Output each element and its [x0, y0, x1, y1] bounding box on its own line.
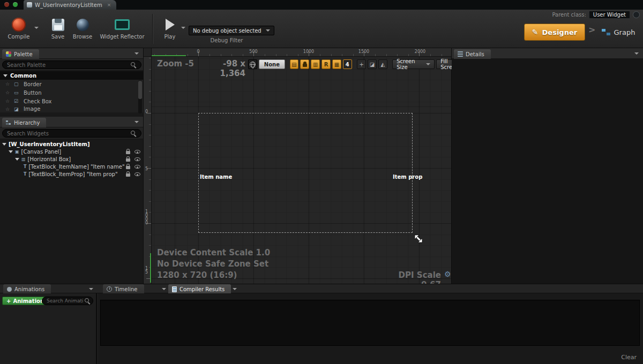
- debug-object-dropdown[interactable]: No debug object selected: [189, 26, 274, 35]
- respect-locks-button[interactable]: R: [322, 59, 331, 69]
- ruler-tick-label: 1000: [303, 49, 314, 54]
- tab-animations[interactable]: Animations: [3, 284, 51, 294]
- safe-zone-text: No Device Safe Zone Set: [157, 259, 268, 269]
- play-options-caret-icon[interactable]: [181, 27, 185, 29]
- left-panel-column: Palette Common ☆ ▢ Border ☆ ▭ Button ☆: [0, 48, 144, 284]
- horizontal-ruler: 0 500 1000 1500 2000: [152, 48, 451, 57]
- button-widget-icon: ▭: [14, 90, 20, 95]
- palette-icon: [6, 51, 11, 57]
- ruler-tick-label: 1500: [358, 49, 369, 54]
- design-canvas[interactable]: Zoom -5 -98 x 1,364 None ▤ ▥ R ▦ 4 + ◪ ◭…: [152, 57, 451, 284]
- favorite-star-icon[interactable]: ☆: [5, 90, 11, 95]
- hierarchy-search-input[interactable]: [2, 129, 141, 138]
- hierarchy-row-label: [TextBlock_ItemName] "Item name": [28, 164, 124, 170]
- panel-menu-caret-icon[interactable]: [134, 121, 139, 123]
- palette-scrollbar[interactable]: [138, 80, 142, 113]
- visibility-eye-icon[interactable]: [134, 165, 140, 169]
- debug-filter-label: Debug Filter: [189, 37, 265, 43]
- expander-caret-icon[interactable]: [15, 158, 19, 161]
- lock-icon[interactable]: [126, 166, 130, 169]
- palette-item-checkbox[interactable]: ☆ ☑ Check Box: [0, 97, 143, 105]
- hierarchy-row-textblock-itemname[interactable]: T [TextBlock_ItemName] "Item name": [0, 163, 143, 170]
- hierarchy-row-canvas-panel[interactable]: ▣ [Canvas Panel]: [0, 148, 143, 155]
- save-button[interactable]: Save: [46, 17, 70, 40]
- animations-panel: + Animation: [0, 293, 97, 364]
- lock-icon[interactable]: [126, 173, 130, 177]
- lock-icon[interactable]: [126, 151, 130, 154]
- palette-search-input[interactable]: [2, 60, 141, 69]
- grid-snap-button[interactable]: ▦: [332, 59, 341, 69]
- class-options-icon[interactable]: [633, 11, 640, 18]
- close-tab-icon[interactable]: ×: [107, 2, 111, 7]
- palette-item-button[interactable]: ☆ ▭ Button: [0, 88, 143, 97]
- panel-menu-caret-icon[interactable]: [634, 52, 639, 55]
- visibility-eye-icon[interactable]: [134, 172, 140, 176]
- browse-button[interactable]: Browse: [71, 17, 94, 40]
- parent-class-value[interactable]: User Widget: [589, 11, 630, 19]
- designer-mode-button[interactable]: ✎ Designer: [524, 24, 585, 41]
- tab-details[interactable]: Details: [454, 49, 491, 59]
- favorite-star-icon[interactable]: ☆: [5, 98, 11, 104]
- layout-borders-button[interactable]: ▥: [311, 59, 320, 69]
- tab-palette[interactable]: Palette: [2, 49, 39, 59]
- canvas-text-item-prop[interactable]: Item prop: [393, 174, 422, 180]
- translate-mode-button[interactable]: +: [357, 59, 366, 69]
- lock-widgets-button[interactable]: [300, 59, 309, 69]
- panel-menu-caret-icon[interactable]: [233, 288, 237, 290]
- widget-reflector-label: Widget Reflector: [100, 34, 144, 40]
- palette-item-label: Border: [24, 81, 42, 87]
- tab-hierarchy[interactable]: Hierarchy: [2, 118, 46, 127]
- grid-snap-size-button[interactable]: 4: [343, 59, 352, 69]
- hbox-widget-icon: ▥: [21, 157, 26, 162]
- dropdown-caret-icon: [426, 63, 430, 65]
- palette-item-image[interactable]: ☆ ◪ Image: [0, 105, 143, 112]
- tab-timeline[interactable]: Timeline: [103, 284, 144, 294]
- compile-options-caret-icon[interactable]: [34, 27, 39, 29]
- details-panel-header: Details: [452, 48, 643, 59]
- hierarchy-row-root[interactable]: [W_UserInventoryListItem]: [0, 140, 143, 148]
- compile-button[interactable]: Compile: [3, 17, 34, 40]
- widget-selection-outline[interactable]: [198, 113, 413, 233]
- dpi-settings-gear-icon[interactable]: ⚙: [444, 270, 451, 278]
- compiler-tab-label: Compiler Results: [180, 286, 225, 292]
- details-panel: Details: [452, 48, 643, 284]
- chevron-right-icon: >: [588, 25, 595, 35]
- designer-label: Designer: [542, 28, 578, 36]
- favorite-star-icon[interactable]: ☆: [5, 107, 11, 112]
- palette-item-border[interactable]: ☆ ▢ Border: [0, 80, 143, 88]
- hierarchy-row-textblock-itemprop[interactable]: T [TextBlock_ItemProp] "Item prop": [0, 170, 143, 178]
- tab-compiler-results[interactable]: Compiler Results: [168, 284, 231, 294]
- screen-size-dropdown[interactable]: Screen Size: [392, 59, 435, 69]
- window-control-red-icon[interactable]: [4, 2, 9, 7]
- visibility-eye-icon[interactable]: [134, 150, 140, 154]
- toolbar-separator: [152, 14, 153, 44]
- localization-preview-button[interactable]: [248, 59, 257, 69]
- scrollbar-thumb[interactable]: [138, 81, 142, 99]
- preview-background-button[interactable]: ◪: [368, 59, 377, 69]
- hierarchy-tab-label: Hierarchy: [14, 120, 40, 126]
- expander-caret-icon[interactable]: [2, 143, 6, 146]
- lock-icon[interactable]: [126, 158, 130, 162]
- play-button[interactable]: Play: [159, 17, 181, 40]
- ruler-tick-label: 500: [249, 49, 257, 54]
- window-control-green-icon[interactable]: [13, 2, 18, 7]
- widget-reflector-button[interactable]: Widget Reflector: [98, 17, 147, 40]
- outline-toggle-button[interactable]: ▤: [290, 59, 299, 69]
- graph-mode-button[interactable]: Graph: [596, 24, 641, 41]
- panel-menu-caret-icon[interactable]: [162, 288, 166, 290]
- document-tab[interactable]: W_UserInventoryListItem ×: [24, 0, 116, 10]
- visibility-eye-icon[interactable]: [134, 157, 140, 161]
- clear-button[interactable]: Clear: [621, 354, 637, 361]
- document-tab-title: W_UserInventoryListItem: [35, 2, 102, 8]
- resize-cursor-icon: [413, 233, 424, 244]
- compiler-results-icon: [172, 286, 177, 292]
- flip-preview-button[interactable]: ◭: [378, 59, 387, 69]
- expander-caret-icon[interactable]: [9, 150, 13, 153]
- panel-menu-caret-icon[interactable]: [134, 52, 139, 55]
- panel-menu-caret-icon[interactable]: [89, 288, 93, 290]
- preview-none-button[interactable]: None: [259, 59, 285, 69]
- palette-category-common[interactable]: Common: [0, 71, 143, 80]
- hierarchy-row-horizontal-box[interactable]: ▥ [Horizontal Box]: [0, 155, 143, 163]
- favorite-star-icon[interactable]: ☆: [5, 81, 11, 87]
- canvas-text-item-name[interactable]: Item name: [200, 174, 232, 180]
